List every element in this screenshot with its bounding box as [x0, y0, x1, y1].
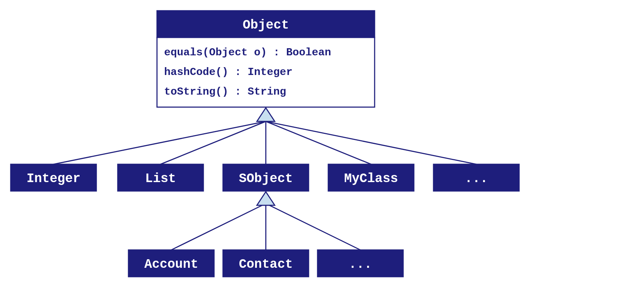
class-name-integer: Integer [26, 171, 80, 186]
class-box-more-2: ... [318, 250, 403, 277]
root-connectors [54, 121, 476, 164]
method-hashcode: hashCode() : Integer [164, 66, 293, 78]
sobject-connectors [171, 204, 360, 250]
method-equals: equals(Object o) : Boolean [164, 46, 331, 59]
class-name-account: Account [144, 257, 198, 272]
class-name-more-2: ... [349, 257, 372, 272]
svg-line-0 [54, 121, 266, 164]
class-name-more: ... [465, 171, 488, 186]
class-name-object: Object [243, 18, 289, 32]
class-box-myclass: MyClass [328, 164, 414, 191]
svg-line-3 [266, 121, 371, 164]
svg-line-7 [266, 204, 360, 250]
class-box-integer: Integer [11, 164, 96, 191]
class-box-account: Account [128, 250, 214, 277]
svg-line-4 [266, 121, 476, 164]
svg-line-1 [161, 121, 266, 164]
class-name-sobject: SObject [239, 171, 293, 186]
class-box-sobject: SObject [223, 164, 309, 191]
generalization-arrow-sobject [257, 192, 275, 205]
svg-line-5 [171, 204, 266, 250]
generalization-arrow-root [257, 108, 275, 121]
class-box-contact: Contact [223, 250, 309, 277]
class-name-list: List [145, 171, 176, 186]
class-box-object: Object equals(Object o) : Boolean hashCo… [157, 11, 375, 107]
class-box-more: ... [433, 164, 519, 191]
class-name-contact: Contact [239, 257, 293, 272]
class-hierarchy-diagram: Object equals(Object o) : Boolean hashCo… [0, 0, 644, 291]
method-tostring: toString() : String [164, 86, 286, 98]
class-name-myclass: MyClass [344, 171, 398, 186]
class-box-list: List [118, 164, 203, 191]
